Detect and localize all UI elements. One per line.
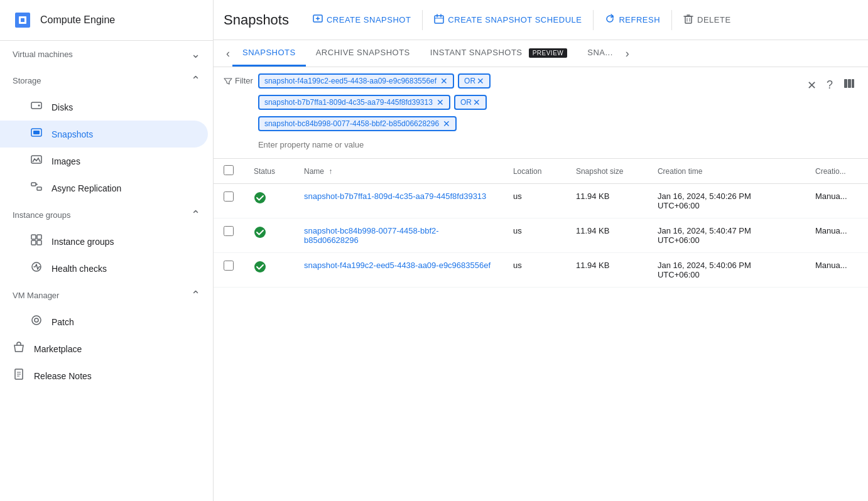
filter-or-1[interactable]: OR ✕ [458, 73, 491, 89]
svg-rect-2 [21, 18, 24, 22]
th-status-label: Status [254, 167, 275, 176]
th-creation-time-label: Creation time [658, 167, 702, 176]
section-instance-groups-chevron: ⌃ [191, 208, 200, 222]
refresh-button[interactable]: REFRESH [596, 9, 669, 31]
td-status-1 [244, 184, 294, 218]
filter-text: Filter [235, 76, 253, 85]
table-row: snapshot-b7b7ffa1-809d-4c35-aa79-445f8fd… [214, 184, 868, 218]
row-1-size: 11.94 KB [576, 191, 610, 201]
filter-or-1-text: OR [464, 77, 475, 85]
td-status-3 [244, 253, 294, 288]
svg-rect-23 [435, 16, 443, 23]
td-location-3: us [503, 253, 566, 288]
section-vm-label: Virtual machines [13, 50, 73, 59]
td-creation-time-1: Jan 16, 2024, 5:40:26 PM UTC+06:00 [648, 184, 805, 218]
td-creation-1: Manua... [805, 184, 868, 218]
images-icon [30, 154, 43, 168]
row-3-checkbox[interactable] [224, 261, 234, 271]
th-creation-label: Creatio... [815, 167, 846, 176]
svg-rect-33 [848, 79, 851, 88]
sidebar-item-disks[interactable]: Disks [0, 94, 208, 121]
page-title: Snapshots [224, 12, 289, 28]
section-vm-manager-header[interactable]: VM Manager ⌃ [0, 282, 213, 308]
tabs-next-button[interactable]: › [623, 42, 632, 65]
tab-instant-snapshots[interactable]: INSTANT SNAPSHOTS PREVIEW [420, 40, 577, 67]
th-snapshot-size[interactable]: Snapshot size [566, 159, 648, 184]
row-2-size: 11.94 KB [576, 226, 610, 235]
svg-point-35 [254, 192, 266, 203]
svg-rect-6 [33, 131, 40, 134]
svg-rect-10 [31, 235, 36, 239]
svg-point-4 [38, 105, 40, 107]
filter-chip-2-text: snapshot-b7b7ffa1-809d-4c35-aa79-445f8fd… [264, 98, 433, 107]
create-snapshot-schedule-button[interactable]: CREATE SNAPSHOT SCHEDULE [425, 9, 590, 31]
svg-rect-13 [37, 240, 41, 245]
sidebar-item-instance-groups[interactable]: Instance groups [0, 228, 208, 255]
create-snapshot-label: CREATE SNAPSHOT [327, 15, 411, 24]
delete-button[interactable]: DELETE [675, 9, 740, 31]
th-name[interactable]: Name ↑ [294, 159, 503, 184]
tab-instant-label: INSTANT SNAPSHOTS [430, 48, 523, 57]
filter-help-button[interactable]: ? [824, 76, 835, 94]
th-location[interactable]: Location [503, 159, 566, 184]
td-size-1: 11.94 KB [566, 184, 648, 218]
tabs-bar: ‹ SNAPSHOTS ARCHIVE SNAPSHOTS INSTANT SN… [214, 40, 868, 67]
tab-sna[interactable]: SNA... [577, 40, 623, 67]
sidebar-snapshots-label: Snapshots [52, 129, 93, 139]
row-3-name-link[interactable]: snapshot-f4a199c2-eed5-4438-aa09-e9c9683… [304, 261, 491, 270]
filter-label[interactable]: Filter [224, 73, 253, 85]
sidebar-item-health-checks[interactable]: Health checks [0, 255, 208, 282]
section-instance-groups: Instance groups ⌃ Instance groups [0, 202, 213, 282]
th-creation[interactable]: Creatio... [805, 159, 868, 184]
sidebar-item-patch[interactable]: Patch [0, 308, 208, 335]
th-status[interactable]: Status [244, 159, 294, 184]
section-instance-groups-header[interactable]: Instance groups ⌃ [0, 202, 213, 228]
filter-or-2-close[interactable]: ✕ [473, 97, 480, 107]
filter-clear-button[interactable]: ✕ [805, 76, 819, 95]
row-1-name-link[interactable]: snapshot-b7b7ffa1-809d-4c35-aa79-445f8fd… [304, 191, 486, 201]
th-creation-time[interactable]: Creation time [648, 159, 805, 184]
sidebar-item-marketplace[interactable]: Marketplace [0, 335, 208, 362]
filter-chip-1-close[interactable]: ✕ [440, 76, 448, 86]
sidebar-disks-label: Disks [52, 102, 73, 112]
create-snapshot-button[interactable]: CREATE SNAPSHOT [304, 9, 420, 31]
select-all-checkbox[interactable] [224, 165, 234, 175]
tabs-prev-button[interactable]: ‹ [224, 42, 232, 65]
filter-area: Filter snapshot-f4a199c2-eed5-4438-aa09-… [214, 67, 868, 159]
sidebar-item-images[interactable]: Images [0, 148, 208, 175]
tab-archive-snapshots[interactable]: ARCHIVE SNAPSHOTS [306, 40, 420, 67]
sidebar-header: Compute Engine [0, 0, 213, 41]
filter-or-1-close[interactable]: ✕ [477, 76, 484, 86]
section-vm-header[interactable]: Virtual machines ⌄ [0, 41, 213, 67]
row-2-checkbox[interactable] [224, 226, 234, 236]
row-2-creation: Manua... [815, 226, 847, 235]
section-storage-header[interactable]: Storage ⌃ [0, 67, 213, 94]
columns-button[interactable] [840, 75, 858, 95]
main-content: Snapshots CREATE SNAPSHOT [214, 0, 868, 501]
sidebar-item-release-notes[interactable]: Release Notes [0, 362, 208, 389]
sort-asc-icon: ↑ [328, 167, 332, 176]
patch-icon [30, 315, 43, 329]
filter-chip-2-close[interactable]: ✕ [437, 97, 444, 107]
sidebar-item-async-replication[interactable]: Async Replication [0, 175, 208, 202]
row-1-checkbox[interactable] [224, 191, 234, 202]
filter-icon [224, 77, 232, 85]
filter-chip-3[interactable]: snapshot-bc84b998-0077-4458-bbf2-b85d066… [258, 116, 457, 131]
status-ok-icon-1 [254, 194, 266, 207]
sidebar-health-checks-label: Health checks [52, 264, 107, 274]
td-size-2: 11.94 KB [566, 218, 648, 253]
td-creation-3: Manua... [805, 253, 868, 288]
svg-rect-34 [852, 79, 854, 88]
refresh-label: REFRESH [619, 15, 660, 24]
filter-chip-3-close[interactable]: ✕ [443, 119, 450, 129]
filter-input[interactable] [258, 137, 364, 152]
svg-point-36 [254, 227, 266, 238]
row-2-name-link[interactable]: snapshot-bc84b998-0077-4458-bbf2-b85d066… [304, 226, 439, 245]
tab-snapshots[interactable]: SNAPSHOTS [232, 40, 306, 67]
filter-or-2[interactable]: OR ✕ [454, 95, 487, 110]
filter-chip-2[interactable]: snapshot-b7b7ffa1-809d-4c35-aa79-445f8fd… [258, 95, 450, 110]
td-checkbox-3 [214, 253, 244, 288]
filter-chip-1[interactable]: snapshot-f4a199c2-eed5-4438-aa09-e9c9683… [258, 73, 454, 89]
svg-rect-11 [37, 235, 41, 239]
sidebar-item-snapshots[interactable]: Snapshots [0, 121, 208, 148]
